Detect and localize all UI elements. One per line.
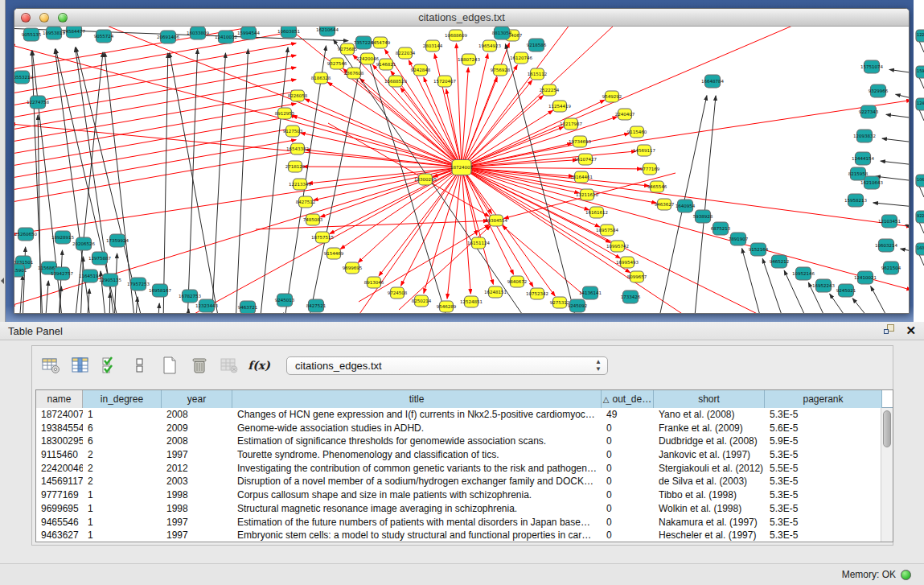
table-cell: 2 — [83, 448, 162, 462]
table-row[interactable]: 1938455462009Genome-wide association stu… — [36, 422, 893, 435]
table-cell: 0 — [602, 448, 654, 462]
table-cell: 0 — [602, 502, 654, 516]
table-options-icon[interactable] — [40, 355, 61, 376]
create-column-icon[interactable] — [159, 355, 180, 376]
table-cell: 5.6E-5 — [765, 422, 882, 435]
table-cell: 1997 — [162, 448, 232, 462]
table-cell: 5.3E-5 — [765, 488, 882, 502]
table-cell: 1 — [83, 529, 162, 542]
table-cell: 2 — [83, 462, 162, 476]
table-scrollbar[interactable] — [881, 408, 893, 542]
table-cell: Tourette syndrome. Phenomenology and cla… — [232, 448, 602, 462]
table-cell: Changes of HCN gene expression and I(f) … — [232, 408, 602, 422]
network-view-frame: citations_edges.txt 89129559127503165433… — [0, 0, 924, 322]
column-visibility-icon[interactable] — [70, 355, 91, 376]
table-select-value: citations_edges.txt — [287, 360, 382, 372]
table-row[interactable]: 977716911998Corpus callosum shape and si… — [36, 488, 893, 502]
column-header-name[interactable]: name — [36, 390, 83, 408]
table-cell: 9115460 — [36, 448, 83, 462]
table-cell: 9777169 — [36, 488, 83, 502]
table-cell: 1998 — [162, 488, 232, 502]
column-header-in-degree[interactable]: in_degree — [83, 390, 162, 408]
select-columns-icon[interactable] — [100, 355, 121, 376]
table-cell: Yano et al. (2008) — [654, 408, 765, 422]
table-panel-content: f(x) citations_edges.txt ▲▼ name in_degr… — [31, 345, 893, 546]
table-cell: 1997 — [162, 516, 232, 529]
table-row[interactable]: 1456911722003Disruption of a novel membe… — [36, 475, 893, 488]
table-row[interactable]: 1872400712008Changes of HCN gene express… — [36, 408, 893, 422]
table-cell: 1997 — [162, 529, 232, 542]
table-cell: 5.3E-5 — [765, 516, 882, 529]
function-builder-icon[interactable]: f(x) — [248, 355, 269, 376]
table-cell: Tibbo et al. (1998) — [654, 488, 765, 502]
table-cell: 1 — [83, 408, 162, 422]
table-cell: Franke et al. (2009) — [654, 422, 765, 435]
network-canvas[interactable]: 8912955912750316543382271812012213349842… — [14, 27, 909, 313]
table-cell: Stergiakouli et al. (2012) — [654, 462, 765, 476]
memory-status-label: Memory: OK — [842, 569, 896, 580]
table-cell: 5.3E-5 — [765, 502, 882, 516]
table-row[interactable]: 946362711997Embryonic stem cells: a mode… — [36, 529, 893, 542]
table-cell: 0 — [602, 422, 654, 435]
table-body: 1872400712008Changes of HCN gene express… — [36, 408, 893, 542]
table-row[interactable]: 969969511998Structural magnetic resonanc… — [36, 502, 893, 516]
table-cell: Wolkin et al. (1998) — [654, 502, 765, 516]
table-cell: Genome-wide association studies in ADHD. — [232, 422, 602, 435]
column-header-year[interactable]: year — [162, 390, 232, 408]
table-cell: 2003 — [162, 475, 232, 488]
network-window-titlebar[interactable]: citations_edges.txt — [14, 9, 909, 27]
table-cell: Jankovic et al. (1997) — [654, 448, 765, 462]
table-cell: 1 — [83, 502, 162, 516]
table-cell: 0 — [602, 488, 654, 502]
delete-column-icon[interactable] — [189, 355, 210, 376]
table-cell: Embryonic stem cells: a model to study s… — [232, 529, 602, 542]
table-cell: 22420046 — [36, 462, 83, 476]
table-cell: 0 — [602, 529, 654, 542]
table-cell: 9463627 — [36, 529, 83, 542]
memory-ok-indicator-icon[interactable] — [901, 570, 911, 580]
table-cell: Dudbridge et al. (2008) — [654, 435, 765, 448]
column-header-pagerank[interactable]: pagerank — [765, 390, 882, 408]
dropdown-arrows-icon: ▲▼ — [595, 359, 602, 373]
table-cell: 18300295 — [36, 435, 83, 448]
table-cell: 0 — [602, 475, 654, 488]
close-panel-icon[interactable]: ✕ — [906, 324, 916, 336]
table-row[interactable]: 946554611997Estimation of the future num… — [36, 516, 893, 529]
table-cell: Nakamura et al. (1997) — [654, 516, 765, 529]
background-network-window-sliver: 12274159941241010603922816033 — [914, 0, 924, 322]
table-toolbar: f(x) citations_edges.txt ▲▼ — [40, 352, 608, 378]
column-header-short[interactable]: short — [654, 390, 765, 408]
column-header-out-degree[interactable]: △out_de… — [602, 390, 654, 408]
table-cell: 19384554 — [36, 422, 83, 435]
table-panel-title: Table Panel — [8, 325, 63, 337]
delete-table-icon-disabled[interactable] — [219, 355, 240, 376]
network-window[interactable]: citations_edges.txt 89129559127503165433… — [14, 8, 910, 314]
table-panel: Table Panel ✕ — [0, 322, 924, 585]
float-panel-icon[interactable] — [884, 324, 896, 336]
table-cell: 2008 — [162, 408, 232, 422]
table-cell: 14569117 — [36, 475, 83, 488]
status-bar: Memory: OK — [0, 563, 924, 585]
citation-network-graph[interactable]: 8912955912750316543382271812012213349842… — [14, 27, 909, 313]
table-cell: 2008 — [162, 435, 232, 448]
table-cell: 5.3E-5 — [765, 475, 882, 488]
application-window: citations_edges.txt 89129559127503165433… — [0, 0, 924, 585]
scrollbar-thumb[interactable] — [883, 410, 891, 447]
table-cell: 6 — [83, 422, 162, 435]
left-panel-collapsed-strip[interactable] — [0, 0, 6, 322]
table-row[interactable]: 2242004622012Investigating the contribut… — [36, 462, 893, 476]
table-cell: 49 — [602, 408, 654, 422]
table-cell: 5.3E-5 — [765, 448, 882, 462]
table-row[interactable]: 911546021997Tourette syndrome. Phenomeno… — [36, 448, 893, 462]
panel-collapse-handle-icon[interactable] — [1, 278, 4, 284]
column-header-title[interactable]: title — [232, 390, 602, 408]
row-height-icon[interactable] — [129, 355, 150, 376]
table-panel-header: Table Panel ✕ — [0, 322, 924, 340]
table-select-dropdown[interactable]: citations_edges.txt ▲▼ — [286, 356, 608, 375]
table-row[interactable]: 1830029562008Estimation of significance … — [36, 435, 893, 448]
table-cell: Corpus callosum shape and size in male p… — [232, 488, 602, 502]
node-table: name in_degree year title △out_de… short… — [35, 389, 893, 542]
table-cell: 1 — [83, 488, 162, 502]
table-cell: de Silva et al. (2003) — [654, 475, 765, 488]
table-cell: 5.5E-5 — [765, 462, 882, 476]
